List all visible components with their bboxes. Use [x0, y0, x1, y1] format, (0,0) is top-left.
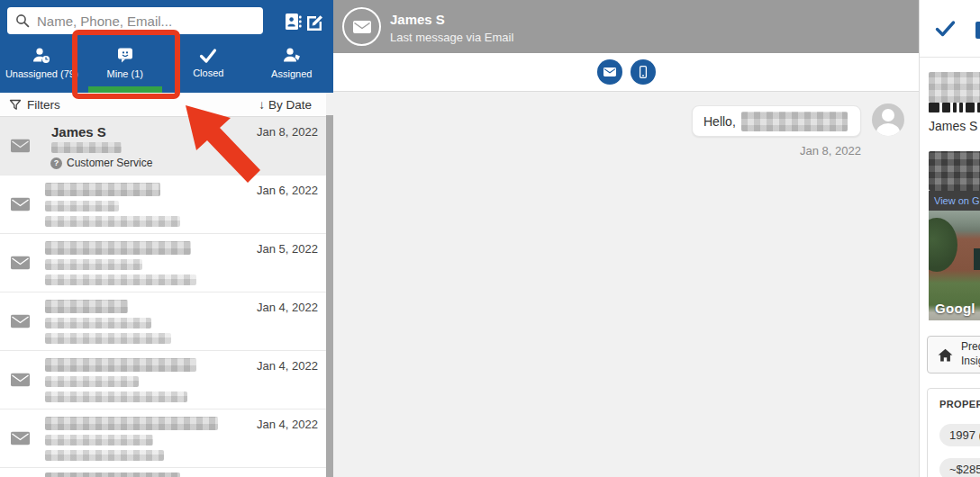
conversation-tag: ? Customer Service — [50, 157, 152, 169]
email-channel-icon — [11, 432, 30, 446]
redacted-preview — [45, 274, 196, 285]
tab-unassigned[interactable]: Unassigned (79) — [0, 40, 84, 93]
email-channel-icon — [11, 198, 30, 212]
message-bubble: Hello, — [692, 105, 861, 137]
redacted-detail — [45, 318, 151, 328]
sender-avatar — [872, 104, 904, 136]
redacted-street-address — [929, 151, 980, 191]
conversation-row[interactable]: Jan 5, 2022 — [0, 234, 326, 292]
filters-button[interactable]: Filters — [9, 98, 60, 112]
tab-closed-label: Closed — [193, 68, 223, 78]
redacted-detail — [45, 259, 142, 270]
insights-button-label: Pred Insig — [961, 340, 980, 368]
contact-book-icon[interactable] — [283, 12, 303, 32]
compose-icon[interactable] — [304, 12, 324, 32]
conversation-row[interactable]: Jan 4, 2022 — [0, 292, 326, 351]
email-channel-icon — [11, 140, 30, 153]
filters-label: Filters — [27, 98, 60, 112]
channel-switcher — [333, 53, 919, 92]
conversation-date: Jan 6, 2022 — [257, 184, 318, 197]
redacted-message-text — [741, 112, 848, 131]
google-watermark: Googl — [935, 301, 975, 316]
search-bar[interactable] — [7, 7, 263, 34]
conversation-pane: James S Last message via Email Hello, Ja… — [333, 0, 919, 477]
redacted-name — [45, 183, 160, 196]
redacted-name — [45, 472, 180, 477]
conversation-date: Jan 5, 2022 — [257, 242, 318, 256]
redacted-name — [45, 417, 218, 430]
redacted-preview — [45, 450, 164, 461]
redacted-preview — [45, 333, 171, 344]
redacted-address-block — [929, 72, 980, 103]
inbox-tabs: Unassigned (79) Mine (1) Closed — [0, 40, 333, 93]
contact-name: James S — [51, 124, 106, 140]
tab-closed[interactable]: Closed — [167, 40, 250, 93]
property-chip-value: ~$285, — [939, 458, 980, 477]
conversation-date: Jan 4, 2022 — [257, 418, 318, 431]
redacted-name — [45, 241, 191, 255]
conversation-date: Jan 4, 2022 — [257, 301, 318, 314]
home-icon — [938, 348, 953, 362]
email-icon — [353, 21, 371, 33]
phone-channel-button[interactable] — [631, 59, 656, 85]
property-card-header: PROPERT — [939, 399, 980, 410]
checkmark-icon — [198, 47, 218, 64]
property-chip-year: 1997 (2 — [939, 424, 980, 446]
email-channel-button[interactable] — [597, 59, 622, 85]
help-circle-icon: ? — [50, 158, 62, 169]
conversation-row[interactable]: Jan 6, 2022 — [0, 176, 326, 234]
tab-assigned-label: Assigned — [271, 68, 312, 79]
clipped-toolbar-icon[interactable] — [975, 22, 980, 39]
sidebar-header: Unassigned (79) Mine (1) Closed — [0, 0, 333, 93]
email-channel-icon — [11, 315, 30, 328]
list-scrollbar-thumb[interactable] — [326, 115, 333, 477]
redacted-detail — [45, 201, 119, 212]
predictive-insights-button[interactable]: Pred Insig — [927, 336, 980, 374]
street-view-card[interactable]: View on G Googl — [929, 151, 980, 320]
conversation-row[interactable]: Jan 4, 2022 — [0, 351, 326, 410]
conversation-row[interactable] — [0, 468, 326, 477]
tab-unassigned-label: Unassigned (79) — [5, 68, 78, 79]
sort-by-date-button[interactable]: ↓ By Date — [259, 98, 312, 112]
email-icon — [603, 68, 616, 76]
panel-contact-name: James S — [929, 119, 977, 133]
phone-icon — [636, 65, 650, 79]
tab-mine-label: Mine (1) — [107, 68, 143, 79]
tree-graphic — [929, 218, 957, 272]
search-icon — [15, 14, 30, 28]
conversation-row[interactable]: Jan 4, 2022 — [0, 410, 326, 468]
conversation-date: Jan 8, 2022 — [257, 125, 318, 139]
search-input[interactable] — [37, 14, 255, 29]
redacted-detail — [45, 435, 153, 446]
crm-inbox-app: Unassigned (79) Mine (1) Closed — [0, 0, 980, 477]
conversation-header: James S Last message via Email — [333, 0, 919, 53]
conversation-subtitle: Last message via Email — [390, 31, 513, 44]
user-clock-icon — [31, 46, 52, 65]
redacted-preview — [45, 392, 187, 402]
tab-assigned[interactable]: Assigned — [250, 40, 334, 93]
email-channel-icon — [11, 256, 30, 270]
conversation-row-selected[interactable]: James S Jan 8, 2022 ? Customer Service — [0, 117, 326, 176]
conversation-list: James S Jan 8, 2022 ? Customer Service J… — [0, 117, 326, 477]
view-on-google-maps-link[interactable]: View on G — [929, 191, 980, 211]
contact-details-panel: James S View on G Googl Pred Insig PROPE… — [919, 0, 980, 477]
tab-mine[interactable]: Mine (1) — [84, 40, 168, 93]
message-timestamp: Jan 8, 2022 — [692, 144, 861, 158]
chat-bubble-smiley-icon — [115, 46, 135, 65]
panel-toolbar — [920, 0, 980, 58]
sort-down-arrow-icon: ↓ — [259, 98, 265, 112]
active-tab-indicator — [88, 86, 163, 93]
user-tag-icon — [281, 46, 303, 65]
contact-avatar-email — [342, 7, 381, 46]
redacted-name — [45, 300, 128, 313]
mark-closed-check-icon[interactable] — [935, 20, 956, 37]
redacted-name — [45, 358, 196, 372]
property-details-card: PROPERT 1997 (2 ~$285, — [927, 388, 980, 477]
list-toolbar: Filters ↓ By Date — [0, 93, 333, 117]
conversation-date: Jan 4, 2022 — [257, 359, 318, 373]
clipped-heading — [929, 103, 980, 112]
tag-label: Customer Service — [67, 157, 152, 169]
message-text: Hello, — [703, 114, 736, 129]
conversation-contact-name: James S — [390, 12, 445, 27]
redacted-detail — [45, 376, 139, 387]
